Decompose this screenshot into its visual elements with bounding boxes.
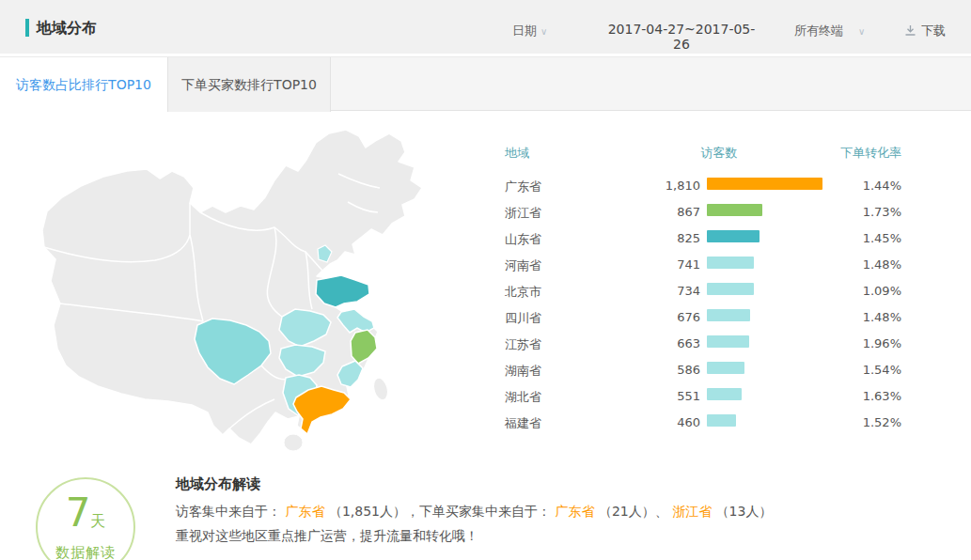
date-range-value[interactable]: 2017-04-27~2017-05-26 — [606, 22, 757, 52]
map-province-shandong[interactable] — [316, 275, 369, 307]
insight-province-link[interactable]: 浙江省 — [672, 504, 712, 519]
table-row[interactable]: 湖北省 551 1.63% — [505, 383, 901, 410]
conversion-cell: 1.48% — [863, 257, 901, 272]
conversion-cell: 1.48% — [863, 310, 901, 324]
region-cell: 广东省 — [505, 179, 541, 195]
insight-line2: 重视对这些地区重点推广运营，提升流量和转化哦！ — [176, 528, 928, 545]
download-button-label: 下载 — [921, 23, 946, 38]
region-table-body: 广东省 1,810 1.44% 浙江省 867 1.73% 山东省 825 1.… — [505, 173, 901, 436]
visitors-cell: 741 — [616, 257, 700, 272]
table-row[interactable]: 广东省 1,810 1.44% — [505, 173, 901, 199]
seven-day-insight-badge: 7天 数据解读 — [36, 477, 135, 560]
table-row[interactable]: 河南省 741 1.48% — [505, 252, 901, 278]
table-row[interactable]: 湖南省 586 1.54% — [505, 357, 901, 383]
insight-text: 访客集中来自于： — [176, 504, 285, 519]
map-province-guangdong[interactable] — [293, 386, 351, 434]
visitors-cell: 1,810 — [616, 179, 700, 193]
terminal-dropdown-label: 所有终端 — [794, 23, 843, 38]
tab-strip: 访客数占比排行TOP10 下单买家数排行TOP10 — [0, 56, 971, 111]
terminal-dropdown[interactable]: 所有终端∨ — [794, 23, 865, 39]
region-cell: 北京市 — [505, 284, 541, 301]
title-accent-bar — [25, 19, 29, 37]
table-row[interactable]: 北京市 734 1.09% — [505, 278, 901, 304]
chevron-down-icon: ∨ — [858, 26, 865, 37]
badge-caption: 数据解读 — [38, 544, 133, 560]
map-taiwan-island[interactable] — [371, 377, 390, 402]
table-row[interactable]: 江苏省 663 1.96% — [505, 331, 901, 357]
region-cell: 四川省 — [505, 310, 541, 327]
visitors-cell: 676 — [616, 310, 700, 324]
table-row[interactable]: 四川省 676 1.48% — [505, 304, 901, 331]
conversion-cell: 1.52% — [863, 415, 901, 429]
visitor-bar — [707, 257, 754, 269]
visitor-bar — [707, 335, 749, 348]
region-cell: 福建省 — [505, 415, 541, 432]
region-cell: 河南省 — [505, 257, 541, 274]
visitors-cell: 867 — [616, 205, 700, 219]
insight-text: （1,851人），下单买家集中来自于： — [324, 504, 555, 519]
table-row[interactable]: 山东省 825 1.45% — [505, 226, 901, 252]
visitors-cell: 460 — [616, 415, 700, 429]
insight-text: （13人） — [712, 504, 772, 519]
date-dropdown[interactable]: 日期∨ — [512, 23, 547, 39]
visitors-cell: 586 — [616, 363, 700, 377]
region-table-header: 地域 访客数 下单转化率 — [505, 141, 901, 173]
conversion-cell: 1.54% — [863, 363, 901, 377]
download-button[interactable]: 下载 — [904, 23, 946, 39]
download-icon — [904, 24, 916, 39]
region-cell: 江苏省 — [505, 336, 541, 353]
region-cell: 浙江省 — [505, 205, 541, 222]
header-bar: 地域分布 日期∨ 2017-04-27~2017-05-26 所有终端∨ 下载 — [0, 0, 971, 54]
insight-text: （21人）、 — [594, 504, 672, 519]
visitor-bar — [707, 283, 754, 295]
visitor-bar — [707, 414, 736, 427]
badge-unit: 天 — [90, 512, 105, 530]
visitor-bar — [707, 178, 822, 190]
visitors-cell: 734 — [616, 284, 700, 298]
china-map — [28, 122, 470, 465]
tab-buyers-top10[interactable]: 下单买家数排行TOP10 — [167, 57, 331, 112]
map-hainan-island[interactable] — [284, 434, 303, 451]
page-title: 地域分布 — [37, 19, 97, 39]
insight-title: 地域分布解读 — [176, 475, 260, 493]
visitor-bar — [707, 204, 762, 216]
conversion-cell: 1.96% — [863, 336, 901, 350]
region-cell: 湖北省 — [505, 389, 541, 406]
column-header-visitors: 访客数 — [663, 145, 775, 162]
insight-line1: 访客集中来自于： 广东省 （1,851人），下单买家集中来自于： 广东省 （21… — [176, 504, 928, 521]
visitor-bar — [707, 388, 742, 400]
conversion-cell: 1.44% — [863, 179, 901, 193]
column-header-conversion: 下单转化率 — [840, 145, 901, 162]
visitor-bar — [707, 309, 750, 321]
region-cell: 湖南省 — [505, 363, 541, 380]
insight-province-link[interactable]: 广东省 — [285, 504, 324, 519]
map-province-zhejiang[interactable] — [351, 330, 377, 364]
visitors-cell: 825 — [616, 231, 700, 245]
column-header-region: 地域 — [505, 145, 529, 162]
badge-number: 7 — [66, 490, 91, 536]
conversion-cell: 1.09% — [863, 284, 901, 298]
conversion-cell: 1.73% — [863, 205, 901, 219]
region-table: 地域 访客数 下单转化率 广东省 1,810 1.44% 浙江省 867 1.7… — [505, 141, 901, 436]
tab-visitors-top10[interactable]: 访客数占比排行TOP10 — [0, 57, 167, 113]
visitors-cell: 663 — [616, 336, 700, 350]
conversion-cell: 1.63% — [863, 389, 901, 403]
conversion-cell: 1.45% — [863, 231, 901, 245]
visitor-bar — [707, 362, 744, 374]
visitor-bar — [707, 230, 760, 242]
region-cell: 山东省 — [505, 231, 541, 248]
insight-province-link[interactable]: 广东省 — [555, 504, 594, 519]
table-row[interactable]: 福建省 460 1.52% — [505, 410, 901, 436]
table-row[interactable]: 浙江省 867 1.73% — [505, 199, 901, 226]
date-dropdown-label: 日期 — [512, 23, 537, 38]
visitors-cell: 551 — [616, 389, 700, 403]
chevron-down-icon: ∨ — [540, 26, 547, 37]
